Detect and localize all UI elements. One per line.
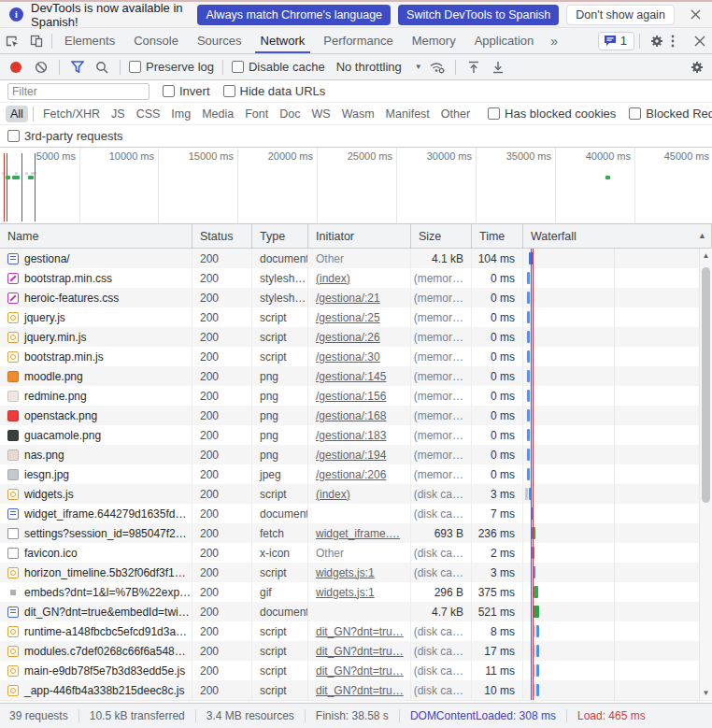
scrollbar-thumb[interactable]: [702, 267, 710, 503]
initiator-link[interactable]: dit_GN?dnt=tru…: [316, 645, 404, 658]
type-filter-doc[interactable]: Doc: [275, 106, 305, 122]
export-har-icon[interactable]: [489, 58, 507, 77]
type-filter-manifest[interactable]: Manifest: [381, 106, 434, 122]
request-row[interactable]: moodle.png200png/gestiona/:145(memor…0 m…: [0, 366, 712, 386]
filter-funnel-icon[interactable]: [68, 58, 87, 77]
initiator-link[interactable]: /gestiona/:194: [316, 449, 386, 462]
initiator-link[interactable]: /gestiona/:21: [316, 292, 380, 305]
network-overview-timeline[interactable]: 5000 ms10000 ms15000 ms20000 ms25000 ms3…: [0, 148, 712, 224]
throttling-dropdown[interactable]: No throttling ▼: [336, 60, 422, 74]
request-row[interactable]: bootstrap.min.js200script/gestiona/:30(m…: [0, 347, 712, 366]
request-row[interactable]: iesgn.jpg200jpeg/gestiona/:206(memor…0 m…: [0, 464, 712, 484]
initiator-link[interactable]: widget_iframe.…: [316, 527, 400, 540]
checkbox[interactable]: [629, 107, 641, 120]
type-filter-fetchxhr[interactable]: Fetch/XHR: [38, 106, 105, 122]
checkbox[interactable]: [488, 107, 500, 120]
request-row[interactable]: modules.c7def0268c66f6a548…200scriptdit_…: [0, 641, 712, 661]
preserve-log-checkbox[interactable]: Preserve log: [129, 60, 214, 74]
type-filter-media[interactable]: Media: [197, 106, 238, 122]
more-options-kebab-icon[interactable]: [671, 35, 690, 48]
issues-badge[interactable]: 1: [598, 32, 634, 50]
switch-to-spanish-button[interactable]: Switch DevTools to Spanish: [398, 5, 559, 25]
column-header-waterfall[interactable]: Waterfall: [523, 224, 712, 248]
checkbox[interactable]: [223, 85, 235, 97]
initiator-link[interactable]: /gestiona/:168: [316, 409, 386, 422]
network-conditions-icon[interactable]: [428, 58, 447, 77]
request-row[interactable]: widgets.js200script(index)(disk ca…3 ms: [0, 484, 712, 504]
vertical-scrollbar[interactable]: ▲ ▼: [699, 249, 712, 700]
initiator-link[interactable]: widgets.js:1: [316, 566, 375, 579]
has-blocked-cookies-checkbox[interactable]: Has blocked cookies: [488, 107, 616, 121]
initiator-link[interactable]: dit_GN?dnt=tru…: [316, 625, 404, 638]
type-filter-font[interactable]: Font: [240, 106, 273, 122]
checkbox[interactable]: [129, 61, 141, 73]
column-header-type[interactable]: Type: [252, 224, 308, 248]
request-row[interactable]: nas.png200png/gestiona/:194(memor…0 ms: [0, 445, 712, 464]
initiator-link[interactable]: (index): [316, 488, 350, 501]
third-party-requests-checkbox[interactable]: 3rd-party requests: [7, 129, 123, 143]
inspect-element-icon[interactable]: [0, 28, 24, 53]
type-filter-img[interactable]: Img: [166, 106, 195, 122]
sort-arrow-icon[interactable]: ▲: [698, 231, 706, 240]
column-header-name[interactable]: Name: [0, 224, 192, 248]
request-row[interactable]: jquery.min.js200script/gestiona/:26(memo…: [0, 327, 712, 347]
request-row[interactable]: favicon.ico200x-iconOther(disk ca…2 ms: [0, 543, 712, 563]
initiator-link[interactable]: /gestiona/:183: [316, 429, 386, 442]
checkbox[interactable]: [7, 130, 20, 142]
column-header-size[interactable]: Size: [411, 224, 472, 248]
devtools-close-icon[interactable]: [691, 33, 708, 50]
request-row[interactable]: embeds?dnt=1&l=%7B%22exp…200gifwidgets.j…: [0, 582, 712, 602]
record-button[interactable]: [10, 62, 21, 73]
request-row[interactable]: guacamole.png200png/gestiona/:183(memor……: [0, 425, 712, 445]
always-match-language-button[interactable]: Always match Chrome's language: [197, 5, 391, 25]
dont-show-again-button[interactable]: Don't show again: [566, 5, 675, 25]
type-filter-css[interactable]: CSS: [132, 106, 165, 122]
request-row[interactable]: widget_iframe.644279d1635fd…200document(…: [0, 504, 712, 523]
request-row[interactable]: settings?session_id=985047f2…200fetchwid…: [0, 523, 712, 543]
scroll-down-icon[interactable]: ▼: [700, 686, 712, 700]
initiator-link[interactable]: dit_GN?dnt=tru…: [316, 684, 404, 697]
filter-input[interactable]: [7, 83, 150, 100]
more-tabs-chevron[interactable]: »: [543, 28, 565, 53]
network-settings-gear-icon[interactable]: [688, 58, 706, 77]
tab-console[interactable]: Console: [124, 28, 188, 53]
type-filter-ws[interactable]: WS: [306, 106, 335, 122]
request-row[interactable]: dit_GN?dnt=true&embedId=twi…200document4…: [0, 602, 712, 621]
initiator-link[interactable]: /gestiona/:25: [316, 311, 380, 324]
tab-elements[interactable]: Elements: [55, 28, 124, 53]
request-row[interactable]: runtime-a148fbcbc5efcd91d3a…200scriptdit…: [0, 621, 712, 641]
checkbox[interactable]: [232, 61, 244, 73]
tab-memory[interactable]: Memory: [403, 28, 465, 53]
request-row[interactable]: gestiona/200documentOther4.1 kB104 ms: [0, 249, 712, 268]
request-row[interactable]: openstack.png200png/gestiona/:168(memor……: [0, 406, 712, 425]
initiator-link[interactable]: (index): [316, 272, 350, 285]
checkbox[interactable]: [163, 85, 175, 97]
clear-icon[interactable]: [32, 58, 50, 77]
type-filter-all[interactable]: All: [6, 106, 28, 122]
request-row[interactable]: redmine.png200png/gestiona/:156(memor…0 …: [0, 386, 712, 406]
request-row[interactable]: horizon_timeline.5b32f06df3f1…200scriptw…: [0, 563, 712, 582]
initiator-link[interactable]: /gestiona/:26: [316, 331, 380, 344]
disable-cache-checkbox[interactable]: Disable cache: [232, 60, 325, 74]
initiator-link[interactable]: widgets.js:1: [316, 586, 375, 599]
initiator-link[interactable]: /gestiona/:145: [316, 370, 386, 383]
tab-sources[interactable]: Sources: [188, 28, 251, 53]
type-filter-wasm[interactable]: Wasm: [337, 106, 379, 122]
initiator-link[interactable]: /gestiona/:206: [316, 468, 386, 481]
blocked-requests-checkbox[interactable]: Blocked Requests: [629, 107, 712, 121]
request-row[interactable]: jquery.js200script/gestiona/:25(memor…0 …: [0, 307, 712, 327]
search-icon[interactable]: [93, 58, 111, 77]
import-har-icon[interactable]: [464, 58, 483, 77]
type-filter-js[interactable]: JS: [107, 106, 130, 122]
request-row[interactable]: bootstrap.min.css200stylesh…(index)(memo…: [0, 268, 712, 288]
tab-application[interactable]: Application: [465, 28, 544, 53]
type-filter-other[interactable]: Other: [436, 106, 475, 122]
initiator-link[interactable]: /gestiona/:30: [316, 350, 380, 364]
initiator-link[interactable]: dit_GN?dnt=tru…: [316, 664, 404, 678]
scroll-up-icon[interactable]: ▲: [700, 249, 712, 263]
tab-performance[interactable]: Performance: [314, 28, 402, 53]
column-header-initiator[interactable]: Initiator: [308, 224, 411, 248]
initiator-link[interactable]: /gestiona/:156: [316, 390, 386, 403]
column-header-time[interactable]: Time: [472, 224, 523, 248]
request-row[interactable]: _app-446fb4a338b215deec8c.js200scriptdit…: [0, 680, 712, 700]
